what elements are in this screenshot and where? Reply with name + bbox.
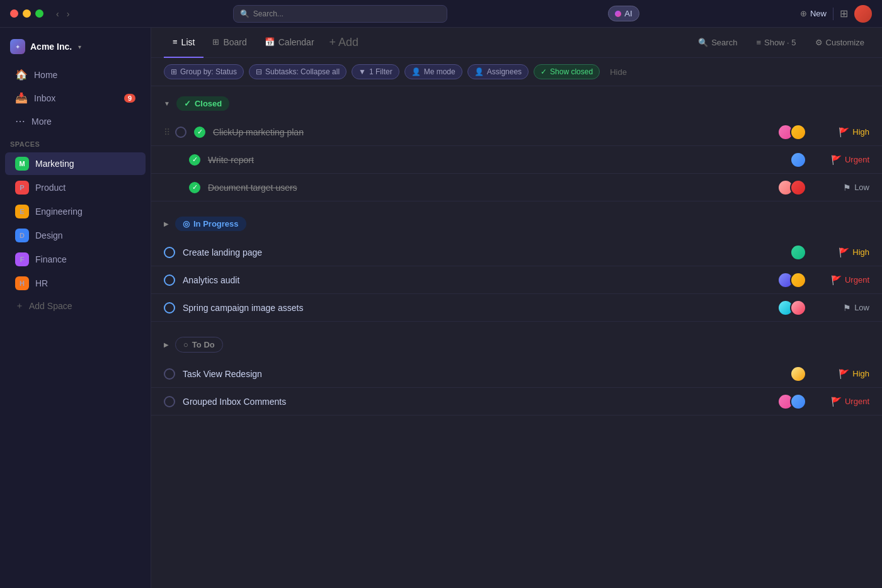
subtasks-chip[interactable]: ⊟ Subtasks: Collapse all (249, 64, 346, 79)
in-progress-chevron-icon: ▶ (164, 220, 169, 227)
sidebar-item-hr[interactable]: H HR (5, 272, 146, 295)
assignees-chip[interactable]: 👤 Assignees (467, 64, 529, 79)
sidebar-item-more[interactable]: ⋯ More (5, 110, 146, 132)
task-priority: 🚩 High (819, 247, 869, 257)
in-progress-group-badge: ◎ In Progress (175, 217, 246, 231)
me-mode-label: Me mode (424, 67, 455, 76)
group-header-in-progress[interactable]: ▶ ◎ In Progress (151, 206, 882, 239)
back-button[interactable]: ‹ (54, 8, 62, 20)
drag-handle-icon: ⠿ (164, 127, 170, 137)
sidebar-item-home[interactable]: 🏠 Home (5, 64, 146, 86)
search-bar[interactable]: 🔍 Search... (233, 5, 447, 23)
todo-group-label: To Do (192, 340, 215, 349)
task-status-in-progress[interactable] (164, 247, 175, 258)
task-select-checkbox[interactable] (175, 127, 186, 138)
task-status-todo[interactable] (164, 396, 175, 407)
home-icon: 🏠 (15, 69, 28, 81)
sidebar: ✦ Acme Inc. ▾ 🏠 Home 📥 Inbox 9 ⋯ More Sp… (0, 28, 151, 588)
table-row[interactable]: ✓ Document target users ⚑ Low (151, 174, 882, 201)
workspace-header[interactable]: ✦ Acme Inc. ▾ (0, 35, 151, 63)
priority-label: High (852, 369, 869, 378)
table-row[interactable]: Grouped Inbox Comments 🚩 Urgent (151, 388, 882, 416)
task-name: ClickUp marketing plan (213, 127, 777, 137)
nav-arrows: ‹ › (54, 8, 72, 20)
show-action-button[interactable]: ≡ Show · 5 (751, 35, 801, 50)
more-label: More (32, 116, 52, 127)
close-button[interactable] (10, 9, 18, 18)
engineering-label: Engineering (35, 206, 83, 217)
search-icon: 🔍 (240, 9, 249, 18)
spacer (151, 201, 882, 206)
design-dot: D (15, 229, 29, 242)
priority-flag-icon: 🚩 (831, 397, 842, 407)
marketing-dot: M (15, 157, 29, 171)
hide-button[interactable]: Hide (605, 65, 632, 79)
user-avatar[interactable] (854, 5, 872, 23)
forward-button[interactable]: › (64, 8, 72, 20)
board-tab-label: Board (223, 37, 246, 47)
task-status-in-progress[interactable] (164, 274, 175, 286)
tab-list[interactable]: ≡ List (164, 28, 203, 58)
show-action-label: Show · 5 (764, 38, 796, 47)
divider (833, 8, 833, 20)
sidebar-item-engineering[interactable]: E Engineering (5, 200, 146, 223)
search-action-icon: 🔍 (698, 38, 708, 47)
add-view-button[interactable]: + Add (323, 36, 365, 49)
task-status-closed[interactable]: ✓ (194, 127, 205, 138)
task-name: Spring campaign image assets (183, 303, 777, 313)
sidebar-item-finance[interactable]: F Finance (5, 248, 146, 271)
assignees-icon: 👤 (474, 67, 484, 76)
task-status-closed[interactable]: ✓ (189, 182, 200, 193)
filter-chip[interactable]: ▼ 1 Filter (352, 64, 399, 79)
priority-flag-icon: ⚑ (843, 303, 851, 313)
fullscreen-button[interactable] (35, 9, 43, 18)
table-row[interactable]: ✓ Write report 🚩 Urgent (151, 146, 882, 174)
avatar (790, 300, 806, 316)
group-header-todo[interactable]: ▶ ○ To Do (151, 327, 882, 360)
avatar (790, 272, 806, 288)
priority-label: Urgent (845, 275, 869, 285)
customize-action-button[interactable]: ⚙ Customize (810, 35, 869, 50)
in-progress-status-icon: ◎ (183, 219, 190, 229)
me-mode-chip[interactable]: 👤 Me mode (404, 64, 462, 79)
task-status-closed[interactable]: ✓ (189, 154, 200, 166)
subtasks-label: Subtasks: Collapse all (265, 67, 340, 76)
show-closed-chip[interactable]: ✓ Show closed (534, 64, 600, 79)
task-assignees (790, 152, 806, 168)
closed-status-icon: ✓ (184, 99, 191, 108)
table-row[interactable]: Task View Redesign 🚩 High (151, 360, 882, 388)
group-header-closed[interactable]: ▼ ✓ Closed (151, 86, 882, 118)
workspace-chevron-icon: ▾ (78, 43, 81, 50)
ai-button[interactable]: AI (608, 6, 639, 21)
priority-label: Low (854, 183, 869, 192)
table-row[interactable]: Analytics audit 🚩 Urgent (151, 266, 882, 294)
sidebar-item-marketing[interactable]: M Marketing (5, 152, 146, 175)
task-status-todo[interactable] (164, 368, 175, 380)
sidebar-item-inbox[interactable]: 📥 Inbox 9 (5, 87, 146, 109)
new-button[interactable]: ⊕ New (800, 9, 827, 18)
table-row[interactable]: Spring campaign image assets ⚑ Low (151, 294, 882, 322)
me-mode-icon: 👤 (411, 67, 421, 76)
workspace-name: Acme Inc. (30, 42, 72, 52)
task-priority: 🚩 Urgent (819, 155, 869, 165)
table-row[interactable]: ⠿ ✓ ClickUp marketing plan 🚩 High (151, 118, 882, 146)
add-space-button[interactable]: ＋ Add Space (5, 296, 146, 316)
task-priority: ⚑ Low (819, 183, 869, 193)
task-assignees (777, 300, 806, 316)
sidebar-item-design[interactable]: D Design (5, 224, 146, 247)
minimize-button[interactable] (23, 9, 31, 18)
filter-label: 1 Filter (369, 67, 392, 76)
tab-calendar[interactable]: 📅 Calendar (256, 28, 323, 58)
task-status-in-progress[interactable] (164, 302, 175, 314)
group-by-icon: ⊞ (171, 67, 177, 76)
tab-board[interactable]: ⊞ Board (203, 28, 255, 58)
group-by-chip[interactable]: ⊞ Group by: Status (164, 64, 244, 79)
todo-group-badge: ○ To Do (175, 337, 223, 353)
search-action-button[interactable]: 🔍 Search (693, 35, 742, 50)
task-assignees (777, 393, 806, 410)
priority-label: High (852, 247, 869, 257)
sidebar-item-product[interactable]: P Product (5, 176, 146, 199)
closed-group-label: Closed (195, 99, 222, 108)
table-row[interactable]: Create landing page 🚩 High (151, 239, 882, 266)
grid-icon[interactable]: ⊞ (840, 8, 848, 20)
